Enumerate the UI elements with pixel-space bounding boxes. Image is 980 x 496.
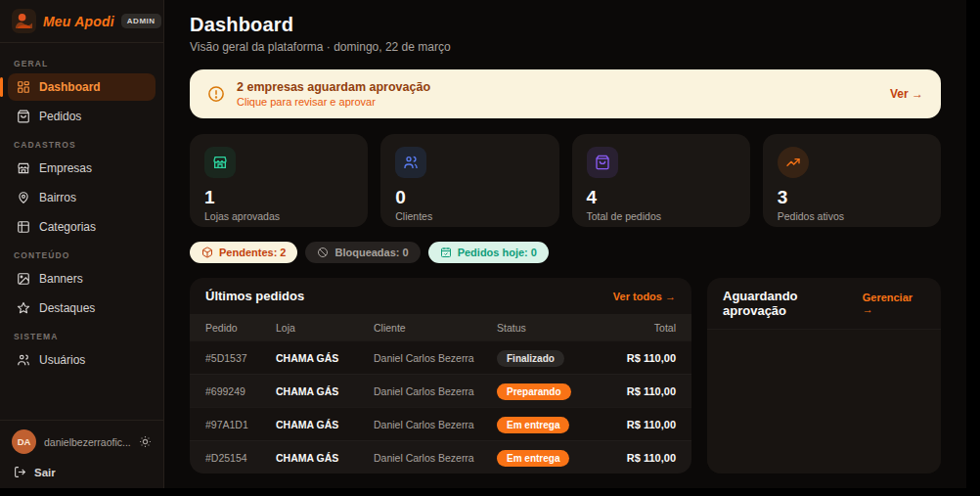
store-icon [17,161,30,175]
admin-badge: ADMIN [121,14,161,28]
trending-up-icon [778,147,809,178]
nav-section-sistema: Sistema [8,324,156,346]
stat-card-pedidos-ativos: 3 Pedidos ativos [763,134,941,227]
chip-bloqueadas[interactable]: Bloqueadas: 0 [305,242,420,263]
nav-section-geral: Geral [8,51,156,73]
nav-section-cadastros: Cadastros [8,132,156,155]
stat-label: Lojas aprovadas [204,210,353,222]
logout-button[interactable]: Sair [12,466,152,478]
sidebar-footer: DA danielbezerraofic... Sair [0,420,163,488]
approval-manage-link[interactable]: Gerenciar → [863,292,925,315]
alert-circle-icon [207,85,225,103]
stat-value: 4 [587,187,735,208]
status-badge: Em entrega [497,450,569,467]
stat-value: 3 [778,187,926,208]
order-total: R$ 110,00 [600,385,676,397]
order-client: Daniel Carlos Bezerra [374,419,497,430]
sidebar-item-categorias[interactable]: Categorias [8,213,156,241]
sidebar-item-destaques[interactable]: Destaques [8,294,156,322]
image-icon [17,272,30,286]
brand-header: Meu Apodi ADMIN [0,0,163,43]
order-total: R$ 110,00 [600,352,676,364]
status-badge: Preparando [497,383,571,400]
order-total: R$ 110,00 [600,419,676,430]
avatar: DA [12,429,36,454]
brand-logo-icon [12,9,36,33]
alert-title: 2 empresas aguardam aprovação [237,80,878,94]
order-store: CHAMA GÁS [276,419,374,430]
col-pedido: Pedido [205,322,276,334]
chip-pendentes[interactable]: Pendentes: 2 [190,242,297,263]
col-cliente: Cliente [374,322,497,334]
stat-label: Clientes [395,210,544,222]
grid-icon [17,220,30,234]
sidebar-nav: Geral Dashboard Pedidos Cadastros Empres… [0,43,163,420]
col-status: Status [497,322,600,334]
status-badge: Finalizado [497,350,564,367]
chip-pedidos-hoje[interactable]: Pedidos hoje: 0 [428,242,549,263]
theme-toggle-button[interactable] [139,435,152,448]
order-store: CHAMA GÁS [276,452,374,464]
user-name: danielbezerraofic... [44,436,131,448]
brand-name: Meu Apodi [43,14,114,29]
ban-icon [317,247,329,258]
table-row[interactable]: #D25154 CHAMA GÁS Daniel Carlos Bezerra … [190,440,691,473]
stats-grid: 1 Lojas aprovadas 0 Clientes 4 Total de … [190,134,941,227]
store-icon [204,147,236,178]
sidebar-item-dashboard[interactable]: Dashboard [8,73,156,101]
page-subtitle: Visão geral da plataforma · domingo, 22 … [190,40,941,54]
order-id: #699249 [205,385,276,397]
table-row[interactable]: #699249 CHAMA GÁS Daniel Carlos Bezerra … [190,374,691,407]
order-store: CHAMA GÁS [276,385,374,397]
orders-table-header: Pedido Loja Cliente Status Total [190,314,691,340]
users-icon [17,353,30,367]
logout-icon [14,466,26,478]
sidebar-item-pedidos[interactable]: Pedidos [8,103,156,130]
order-id: #D25154 [205,452,276,464]
page-title: Dashboard [190,14,941,36]
col-loja: Loja [276,322,374,334]
map-pin-icon [17,191,30,204]
approval-panel-body [707,330,941,473]
orders-panel-header: Últimos pedidos Ver todos → [190,278,691,314]
sidebar-item-bairros[interactable]: Bairros [8,184,156,211]
order-id: #97A1D1 [205,419,276,430]
user-row: DA danielbezerraofic... [12,429,152,454]
stat-value: 1 [204,187,353,208]
order-store: CHAMA GÁS [276,352,374,364]
orders-view-all-link[interactable]: Ver todos → [613,291,676,302]
sidebar-item-banners[interactable]: Banners [8,265,156,293]
orders-title: Últimos pedidos [205,289,304,303]
sidebar-item-usuarios[interactable]: Usuários [8,346,156,374]
approval-alert-banner[interactable]: 2 empresas aguardam aprovação Clique par… [190,69,941,118]
col-total: Total [600,322,676,334]
sidebar: Meu Apodi ADMIN Geral Dashboard Pedidos … [0,0,164,488]
package-icon [201,247,213,258]
sun-icon [139,435,152,448]
alert-view-link[interactable]: Ver → [890,87,923,101]
approval-panel-header: Aguardando aprovação Gerenciar → [707,278,941,330]
table-row[interactable]: #97A1D1 CHAMA GÁS Daniel Carlos Bezerra … [190,407,691,440]
calendar-check-icon [440,247,452,258]
stat-label: Pedidos ativos [778,210,926,222]
shopping-bag-icon [17,110,30,123]
stat-card-lojas-aprovadas: 1 Lojas aprovadas [190,134,368,227]
alert-subtitle: Clique para revisar e aprovar [237,96,878,108]
dashboard-icon [17,80,30,94]
stat-card-total-pedidos: 4 Total de pedidos [572,134,750,227]
table-row[interactable]: #5D1537 CHAMA GÁS Daniel Carlos Bezerra … [190,340,691,374]
status-badge: Em entrega [497,417,569,433]
stat-card-clientes: 0 Clientes [380,134,558,227]
alert-text: 2 empresas aguardam aprovação Clique par… [237,80,878,108]
main-content: Dashboard Visão geral da plataforma · do… [164,0,966,488]
status-chips: Pendentes: 2 Bloqueadas: 0 Pedidos hoje:… [190,242,941,263]
sidebar-item-empresas[interactable]: Empresas [8,155,156,182]
nav-section-conteudo: Conteúdo [8,243,156,265]
app-window: Meu Apodi ADMIN Geral Dashboard Pedidos … [0,0,966,488]
approval-title: Aguardando aprovação [723,289,863,318]
stat-value: 0 [395,187,544,208]
order-client: Daniel Carlos Bezerra [374,385,497,397]
order-client: Daniel Carlos Bezerra [374,352,497,364]
stat-label: Total de pedidos [587,210,735,222]
orders-table-body: #5D1537 CHAMA GÁS Daniel Carlos Bezerra … [190,340,691,473]
